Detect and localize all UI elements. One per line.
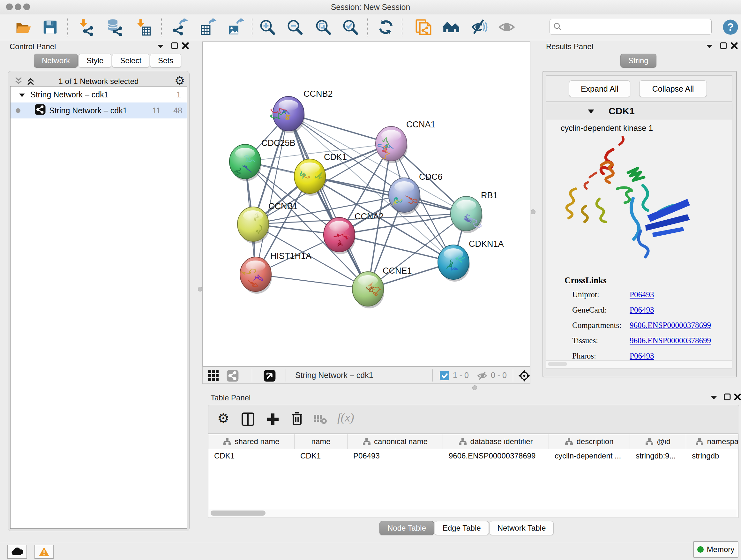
node-label-CDKN1A: CDKN1A	[469, 239, 504, 249]
cloud-button[interactable]	[7, 545, 27, 559]
column-header-@id[interactable]: @id	[630, 434, 686, 449]
zoom-out-icon[interactable]	[286, 18, 304, 37]
tab-network-table[interactable]: Network Table	[489, 521, 554, 535]
memory-button[interactable]: Memory	[693, 541, 738, 558]
table-scrollbar-track[interactable]	[209, 509, 737, 517]
results-panel-close-icon[interactable]	[730, 42, 739, 50]
network-node-CCNE1[interactable]	[352, 272, 384, 308]
help-icon[interactable]: ?	[721, 18, 740, 37]
crosslink-row: Tissues:9606.ENSP00000378699	[572, 336, 722, 345]
network-node-RB1[interactable]	[451, 196, 482, 233]
results-scrollbar-thumb[interactable]	[548, 362, 567, 366]
save-session-icon[interactable]	[41, 18, 59, 37]
tab-sets[interactable]: Sets	[150, 54, 181, 68]
column-header-shared-name[interactable]: shared name	[208, 434, 294, 449]
column-header-canonical-name[interactable]: canonical name	[347, 434, 443, 449]
network-canvas[interactable]: CCNB2CCNA1CDC25BCDK1CDC6RB1CCNB1CCNA2CDK…	[202, 42, 530, 367]
tab-edge-table[interactable]: Edge Table	[434, 521, 489, 535]
tab-network[interactable]: Network	[34, 54, 78, 68]
node-table[interactable]: shared namenamecanonical namedatabase id…	[208, 434, 738, 518]
network-share-icon[interactable]	[226, 369, 239, 383]
table-scrollbar-thumb[interactable]	[211, 510, 266, 516]
crosslink-value-link[interactable]: P06493	[630, 290, 654, 299]
import-network-file-icon[interactable]	[76, 18, 95, 37]
network-node-CCNA2[interactable]	[324, 217, 355, 254]
zoom-in-icon[interactable]	[258, 18, 277, 37]
left-splitter-handle[interactable]	[198, 287, 203, 292]
control-panel-close-icon[interactable]	[181, 42, 190, 50]
results-panel-float-icon[interactable]	[719, 42, 728, 50]
crosslink-value-link[interactable]: 9606.ENSP00000378699	[630, 321, 711, 330]
detach-view-icon[interactable]	[263, 369, 276, 383]
network-node-CDC25B[interactable]	[229, 144, 261, 181]
cell-namespace[interactable]: stringdb	[686, 449, 738, 462]
expand-all-button[interactable]: Expand All	[569, 80, 630, 97]
import-network-database-icon[interactable]	[105, 18, 124, 37]
delete-column-trash-icon[interactable]	[290, 412, 304, 427]
column-header-description[interactable]: description	[549, 434, 630, 449]
results-tab-string[interactable]: String	[620, 54, 657, 68]
control-panel-menu-icon[interactable]	[156, 42, 165, 51]
search-field[interactable]	[549, 19, 712, 35]
network-tree-parent-row[interactable]: String Network – cdk1 1	[10, 86, 187, 103]
table-panel-menu-icon[interactable]	[709, 393, 719, 401]
warning-button[interactable]	[35, 545, 54, 559]
tab-style[interactable]: Style	[78, 54, 111, 68]
table-settings-gear-icon[interactable]: ⚙	[217, 412, 229, 426]
open-session-icon[interactable]	[14, 18, 32, 37]
cell-canonical-name[interactable]: P06493	[347, 449, 443, 462]
network-tree-child-row-selected[interactable]: String Network – cdk1 11 48	[10, 103, 187, 118]
network-node-HIST1H1A[interactable]	[240, 257, 272, 294]
gene-description: cyclin-dependent kinase 1	[561, 124, 653, 133]
results-panel-menu-icon[interactable]	[704, 42, 714, 51]
tree-expand-icon[interactable]	[19, 90, 25, 99]
export-table-icon[interactable]	[199, 18, 217, 37]
network-node-CCNA1[interactable]	[376, 126, 408, 163]
network-node-CCNB1[interactable]	[238, 207, 269, 244]
right-splitter-handle[interactable]	[531, 209, 536, 214]
zoom-selected-icon[interactable]	[341, 18, 360, 37]
cell-shared-name[interactable]: CDK1	[208, 449, 294, 462]
results-scrollbar-track[interactable]	[546, 361, 732, 368]
clone-network-icon[interactable]	[414, 18, 433, 37]
refresh-layout-icon[interactable]	[377, 18, 395, 37]
tab-select[interactable]: Select	[112, 54, 149, 68]
bottom-splitter-handle[interactable]	[472, 385, 477, 390]
collapse-all-button[interactable]: Collapse All	[639, 80, 707, 97]
network-node-CDC6[interactable]	[389, 178, 421, 214]
network-options-gear-icon[interactable]: ⚙	[175, 75, 185, 86]
show-eye-icon[interactable]	[497, 18, 516, 37]
crosslink-value-link[interactable]: P06493	[630, 352, 654, 361]
show-columns-icon[interactable]	[241, 412, 255, 428]
tab-node-table[interactable]: Node Table	[380, 521, 434, 535]
cell-database-identifier[interactable]: 9606.ENSP00000378699	[443, 449, 549, 462]
table-row[interactable]: CDK1CDK1P064939606.ENSP00000378699cyclin…	[208, 449, 738, 462]
control-panel-float-icon[interactable]	[170, 42, 179, 50]
selected-checkbox-icon[interactable]	[440, 370, 450, 382]
export-image-icon[interactable]	[226, 18, 245, 37]
edge-count: 48	[173, 106, 182, 115]
export-network-icon[interactable]	[170, 18, 188, 37]
cdk1-section-header[interactable]: CDK1	[546, 103, 732, 120]
hide-eye-slash-icon[interactable]	[470, 18, 489, 37]
cell-description[interactable]: cyclin-dependent ...	[549, 449, 630, 462]
add-column-icon[interactable]	[266, 412, 280, 428]
import-table-icon[interactable]	[134, 18, 152, 37]
crosslink-value-link[interactable]: 9606.ENSP00000378699	[630, 336, 711, 345]
network-node-CDKN1A[interactable]	[438, 245, 470, 282]
cell-@id[interactable]: stringdb:9...	[630, 449, 686, 462]
table-panel-float-icon[interactable]	[723, 393, 732, 401]
cell-name[interactable]: CDK1	[294, 449, 347, 462]
section-collapse-icon[interactable]	[588, 109, 595, 115]
column-header-namespace[interactable]: namespace	[686, 434, 738, 449]
zoom-fit-icon[interactable]	[314, 18, 333, 37]
network-node-CDK1[interactable]	[294, 159, 326, 196]
search-input[interactable]	[562, 20, 711, 34]
birds-eye-view-icon[interactable]	[518, 369, 531, 383]
column-header-name[interactable]: name	[294, 434, 347, 449]
crosslink-value-link[interactable]: P06493	[630, 306, 654, 314]
column-header-database-identifier[interactable]: database identifier	[443, 434, 549, 449]
table-panel-close-icon[interactable]	[733, 393, 741, 401]
grid-view-icon[interactable]	[208, 370, 219, 383]
homes-icon[interactable]	[442, 18, 461, 37]
